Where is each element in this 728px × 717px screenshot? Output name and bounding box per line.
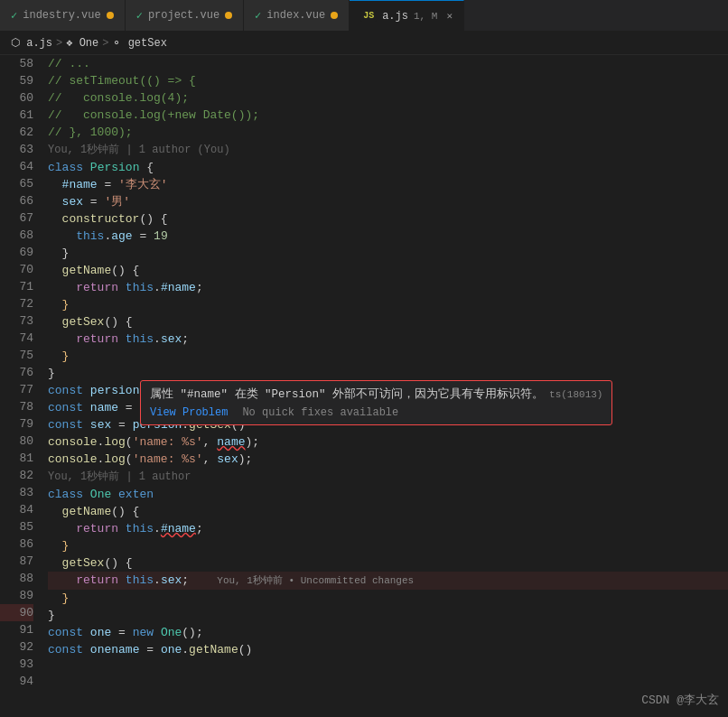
code-line: // ... <box>48 55 728 72</box>
error-message: 属性 "#name" 在类 "Persion" 外部不可访问，因为它具有专用标识… <box>150 386 602 402</box>
code-line: } <box>48 537 728 554</box>
code-line: You, 1秒钟前 | 1 author (You) <box>48 141 728 159</box>
watermark: CSDN @李大玄 <box>641 692 719 708</box>
code-line: } <box>48 296 728 313</box>
js-icon: JS <box>360 10 377 22</box>
error-actions: View Problem No quick fixes available <box>150 406 602 419</box>
breadcrumb: ⬡ a.js > ❖ One > ⚬ getSex <box>0 32 728 55</box>
code-line: const one = new One(); <box>48 624 728 641</box>
code-line: sex = '男' <box>48 193 728 210</box>
modified-dot <box>331 12 338 19</box>
tab-indestry-vue[interactable]: ✓ indestry.vue <box>0 0 126 31</box>
code-line-error: return this.sex; You, 1秒钟前 • Uncommitted… <box>48 572 728 590</box>
code-line: console.log('name: %s', sex); <box>48 451 728 468</box>
tab-label: project.vue <box>148 9 219 22</box>
code-line: } <box>48 245 728 262</box>
tab-label: indestry.vue <box>23 9 100 22</box>
code-line: class Persion { <box>48 159 728 176</box>
vue-icon: ✓ <box>11 9 17 23</box>
modified-dot <box>107 12 114 19</box>
error-popup: 属性 "#name" 在类 "Persion" 外部不可访问，因为它具有专用标识… <box>140 380 612 425</box>
code-line: return this.sex; <box>48 331 728 348</box>
tab-bar: ✓ indestry.vue ✓ project.vue ✓ index.vue… <box>0 0 728 32</box>
code-line: You, 1秒钟前 | 1 author <box>48 468 728 486</box>
tab-project-vue[interactable]: ✓ project.vue <box>126 0 244 31</box>
code-line: } <box>48 607 728 624</box>
code-line: getSex() { <box>48 313 728 331</box>
editor-area: 58 59 60 61 62 63 64 65 66 67 68 69 70 7… <box>0 55 728 717</box>
vue-icon: ✓ <box>136 9 143 23</box>
tab-label: index.vue <box>266 9 325 22</box>
code-line: constructor() { <box>48 210 728 228</box>
view-problem-link[interactable]: View Problem <box>150 406 228 419</box>
modified-dot <box>225 12 232 19</box>
breadcrumb-file: ⬡ a.js <box>11 36 52 50</box>
error-text: 属性 "#name" 在类 "Persion" 外部不可访问，因为它具有专用标识… <box>150 386 544 402</box>
tab-close-button[interactable]: ✕ <box>446 10 453 22</box>
code-line: getName() { <box>48 503 728 520</box>
tab-label: a.js <box>382 10 408 23</box>
tab-index-vue[interactable]: ✓ index.vue <box>244 0 350 31</box>
line-numbers: 58 59 60 61 62 63 64 65 66 67 68 69 70 7… <box>0 55 41 717</box>
no-quick-fix-label: No quick fixes available <box>242 406 398 419</box>
breadcrumb-class: ❖ One <box>66 36 98 50</box>
error-code: ts(18013) <box>549 389 602 400</box>
code-line: } <box>48 348 728 365</box>
code-line: return this.#name; <box>48 520 728 537</box>
vue-icon: ✓ <box>255 9 261 23</box>
code-line: console.log('name: %s', name); <box>48 433 728 451</box>
code-line: class One exten <box>48 486 728 503</box>
tab-info: 1, M <box>414 11 437 22</box>
code-line: // }, 1000); <box>48 124 728 141</box>
code-line: } <box>48 590 728 607</box>
code-line: // setTimeout(() => { <box>48 72 728 89</box>
code-line: this.age = 19 <box>48 228 728 245</box>
code-line: return this.#name; <box>48 279 728 296</box>
code-line: getName() { <box>48 262 728 279</box>
code-line: const onename = one.getName() <box>48 641 728 658</box>
code-line: // console.log(+new Date()); <box>48 107 728 124</box>
code-line: // console.log(4); <box>48 89 728 107</box>
code-line: getSex() { <box>48 554 728 572</box>
tab-a-js[interactable]: JS a.js 1, M ✕ <box>350 0 464 31</box>
code-line: #name = '李大玄' <box>48 176 728 193</box>
breadcrumb-method: ⚬ getSex <box>112 36 166 50</box>
